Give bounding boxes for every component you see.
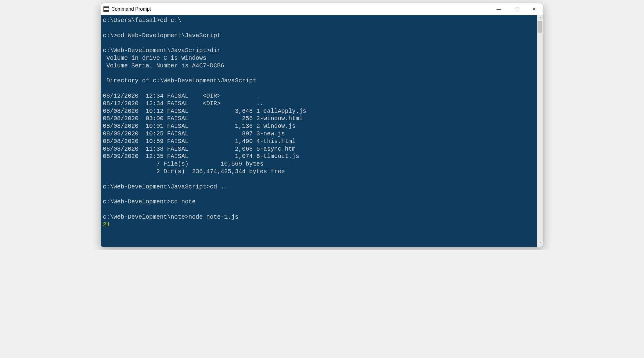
terminal-line: 08/08/2020 10:25 FAISAL 897 3-new.js (103, 131, 285, 137)
scrollbar-track[interactable] (537, 21, 543, 241)
terminal-line: 08/08/2020 10:59 FAISAL 1,490 4-this.htm… (103, 138, 296, 145)
terminal-line: Volume Serial Number is A4C7-DCB6 (103, 63, 224, 69)
terminal-line: c:\Web-Development\JavaScript>dir (103, 47, 221, 54)
terminal-line: 08/09/2020 12:35 FAISAL 1,074 6-timeout.… (103, 153, 299, 160)
maximize-button[interactable]: ▢ (508, 3, 525, 15)
scroll-up-button[interactable]: ˄ (537, 15, 543, 21)
window-title: Command Prompt (111, 6, 151, 12)
chevron-down-icon: ˅ (539, 242, 541, 245)
minimize-button[interactable]: — (490, 3, 508, 15)
command-prompt-window: Command Prompt — ▢ ✕ c:\Users\faisal>cd … (101, 3, 543, 247)
chevron-up-icon: ˄ (539, 16, 541, 20)
close-icon: ✕ (532, 6, 536, 12)
terminal-line: 2 Dir(s) 236,474,425,344 bytes free (103, 168, 285, 175)
cmd-icon (103, 6, 109, 12)
maximize-icon: ▢ (514, 6, 519, 12)
scroll-down-button[interactable]: ˅ (537, 241, 543, 247)
terminal-line: 08/12/2020 12:34 FAISAL <DIR> .. (103, 100, 264, 107)
terminal-output[interactable]: c:\Users\faisal>cd c:\ c:\>cd Web-Develo… (101, 15, 537, 247)
terminal-line: 08/12/2020 12:34 FAISAL <DIR> . (103, 93, 260, 99)
vertical-scrollbar[interactable]: ˄ ˅ (537, 15, 543, 247)
terminal-line: 7 File(s) 10,569 bytes (103, 161, 264, 167)
close-button[interactable]: ✕ (525, 3, 543, 15)
terminal-line: Directory of c:\Web-Development\JavaScri… (103, 77, 256, 84)
client-area: c:\Users\faisal>cd c:\ c:\>cd Web-Develo… (101, 15, 543, 247)
terminal-line: c:\Web-Development\JavaScript>cd .. (103, 184, 228, 190)
minimize-icon: — (497, 6, 501, 12)
terminal-line: c:\Web-Development\note>node note-1.js (103, 214, 239, 220)
scrollbar-thumb[interactable] (538, 21, 542, 33)
terminal-line: c:\Users\faisal>cd c:\ (103, 17, 181, 24)
terminal-line: 08/08/2020 11:38 FAISAL 2,068 5-async.ht… (103, 146, 296, 152)
terminal-line: c:\Web-Development>cd note (103, 199, 196, 205)
terminal-line: Volume in drive C is Windows (103, 55, 206, 62)
terminal-line: 08/08/2020 03:00 FAISAL 256 2-window.htm… (103, 115, 303, 122)
titlebar[interactable]: Command Prompt — ▢ ✕ (101, 3, 543, 15)
terminal-line: 08/08/2020 10:12 FAISAL 3,648 1-callAppl… (103, 108, 306, 115)
terminal-line: 08/08/2020 10:01 FAISAL 1,136 2-window.j… (103, 123, 296, 130)
node-output: 21 (103, 221, 110, 228)
terminal-line: c:\>cd Web-Development\JavaScript (103, 32, 221, 39)
